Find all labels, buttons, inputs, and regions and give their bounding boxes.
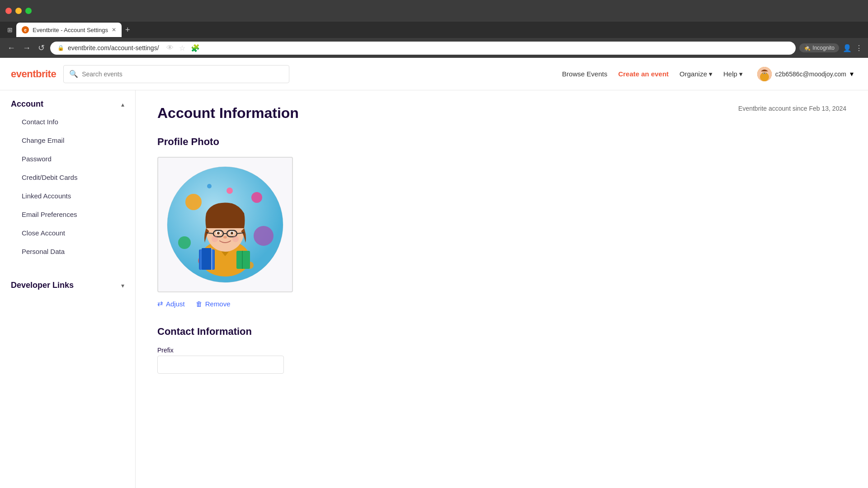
- maximize-window-button[interactable]: [25, 8, 32, 14]
- svg-point-9: [178, 236, 191, 249]
- active-tab[interactable]: e Eventbrite - Account Settings ✕: [16, 23, 122, 37]
- svg-point-13: [207, 184, 212, 188]
- sidebar-items: Contact Info Change Email Password Credi…: [11, 109, 124, 264]
- site-logo[interactable]: eventbrite: [11, 68, 56, 80]
- minimize-window-button[interactable]: [15, 8, 22, 14]
- sidebar-item-change-email[interactable]: Change Email: [11, 131, 124, 150]
- svg-point-26: [217, 232, 220, 235]
- svg-point-6: [185, 194, 202, 210]
- adjust-button[interactable]: ⇄ Adjust: [157, 300, 185, 308]
- browse-events-link[interactable]: Browse Events: [562, 70, 607, 78]
- avatar-illustration: [166, 166, 284, 283]
- back-button[interactable]: ←: [5, 42, 17, 55]
- prefix-input[interactable]: [157, 356, 284, 374]
- adjust-label: Adjust: [166, 300, 185, 308]
- account-section: Account ▴ Contact Info Change Email Pass…: [0, 90, 135, 268]
- sidebar-item-linked-accounts[interactable]: Linked Accounts: [11, 187, 124, 205]
- search-icon: 🔍: [69, 70, 78, 78]
- svg-rect-18: [202, 248, 212, 270]
- svg-point-12: [226, 188, 233, 194]
- user-menu-chevron-icon: ▾: [850, 70, 854, 78]
- user-menu[interactable]: 👓 c2b6586c@moodjoy.com ▾: [754, 65, 857, 83]
- extensions-icon[interactable]: 🧩: [191, 44, 200, 52]
- developer-section: Developer Links ▾: [0, 272, 135, 294]
- search-bar[interactable]: 🔍: [63, 65, 289, 83]
- tab-title: Eventbrite - Account Settings: [33, 27, 108, 33]
- sidebar-item-password[interactable]: Password: [11, 150, 124, 168]
- photo-actions: ⇄ Adjust 🗑 Remove: [157, 300, 846, 308]
- account-chevron-icon: ▴: [121, 101, 124, 108]
- tab-stack-button[interactable]: ⊞: [4, 24, 16, 35]
- svg-point-8: [254, 226, 274, 246]
- close-window-button[interactable]: [5, 8, 12, 14]
- sidebar-item-personal-data[interactable]: Personal Data: [11, 242, 124, 261]
- developer-chevron-icon: ▾: [121, 282, 124, 289]
- eye-slash-icon[interactable]: 👁: [166, 44, 174, 52]
- profile-icon[interactable]: 👤: [843, 44, 852, 52]
- svg-point-7: [251, 192, 262, 203]
- incognito-label: Incognito: [812, 45, 835, 51]
- account-since: Eventbrite account since Feb 13, 2024: [738, 105, 846, 112]
- contact-information-section: Contact Information Prefix: [157, 326, 846, 374]
- svg-rect-20: [236, 251, 250, 269]
- site-nav: Browse Events Create an event Organize ▾…: [562, 65, 857, 83]
- address-bar[interactable]: 🔒 eventbrite.com/account-settings/ 👁 ☆ 🧩: [50, 42, 796, 55]
- avatar-image: 👓: [757, 67, 772, 81]
- forward-button[interactable]: →: [21, 42, 33, 55]
- remove-button[interactable]: 🗑 Remove: [196, 300, 231, 308]
- avatar: 👓: [757, 67, 772, 81]
- sidebar: Account ▴ Contact Info Change Email Pass…: [0, 90, 136, 488]
- help-chevron-icon: ▾: [739, 70, 743, 78]
- svg-point-33: [223, 236, 227, 239]
- lock-icon: 🔒: [57, 45, 64, 51]
- url-display: eventbrite.com/account-settings/: [68, 44, 159, 52]
- user-email: c2b6586c@moodjoy.com: [775, 70, 846, 78]
- svg-point-35: [232, 236, 239, 242]
- sidebar-item-close-account[interactable]: Close Account: [11, 224, 124, 242]
- window-controls: [5, 8, 32, 14]
- account-section-header[interactable]: Account ▴: [11, 99, 124, 109]
- star-icon[interactable]: ☆: [179, 44, 185, 52]
- tab-bar: ⊞ e Eventbrite - Account Settings ✕ +: [0, 22, 868, 38]
- search-input[interactable]: [82, 70, 283, 78]
- create-event-link[interactable]: Create an event: [618, 70, 669, 78]
- profile-photo-section: Profile Photo: [157, 136, 846, 308]
- profile-photo-box: [157, 157, 293, 292]
- page-layout: Account ▴ Contact Info Change Email Pass…: [0, 90, 868, 488]
- profile-photo-title: Profile Photo: [157, 136, 846, 148]
- svg-point-34: [212, 236, 218, 242]
- organize-chevron-icon: ▾: [709, 70, 712, 78]
- tab-favicon: e: [22, 26, 29, 33]
- more-options-button[interactable]: ⋮: [855, 44, 863, 52]
- refresh-button[interactable]: ↺: [36, 41, 47, 55]
- contact-info-title: Contact Information: [157, 326, 846, 338]
- incognito-badge: 🕵 Incognito: [799, 43, 839, 52]
- incognito-icon: 🕵: [804, 45, 811, 51]
- account-section-title: Account: [11, 99, 43, 109]
- svg-point-27: [231, 232, 233, 235]
- sidebar-item-email-preferences[interactable]: Email Preferences: [11, 205, 124, 224]
- site-header: eventbrite 🔍 Browse Events Create an eve…: [0, 58, 868, 90]
- new-tab-button[interactable]: +: [122, 25, 134, 35]
- remove-label: Remove: [205, 300, 231, 308]
- tab-close-button[interactable]: ✕: [112, 27, 116, 33]
- svg-text:👓: 👓: [762, 71, 767, 75]
- developer-section-title: Developer Links: [11, 281, 74, 290]
- main-content: Eventbrite account since Feb 13, 2024 Ac…: [136, 90, 868, 488]
- developer-section-header[interactable]: Developer Links ▾: [11, 281, 124, 290]
- sidebar-item-credit-debit-cards[interactable]: Credit/Debit Cards: [11, 168, 124, 187]
- trash-icon: 🗑: [196, 300, 203, 308]
- prefix-label: Prefix: [157, 347, 846, 354]
- sidebar-item-contact-info[interactable]: Contact Info: [11, 113, 124, 131]
- organize-link[interactable]: Organize ▾: [679, 70, 712, 78]
- help-link[interactable]: Help ▾: [723, 70, 743, 78]
- adjust-icon: ⇄: [157, 300, 163, 308]
- prefix-field-group: Prefix: [157, 347, 846, 374]
- browser-chrome: [0, 0, 868, 22]
- address-bar-actions: 👁 ☆ 🧩: [166, 44, 200, 52]
- address-bar-row: ← → ↺ 🔒 eventbrite.com/account-settings/…: [0, 38, 868, 58]
